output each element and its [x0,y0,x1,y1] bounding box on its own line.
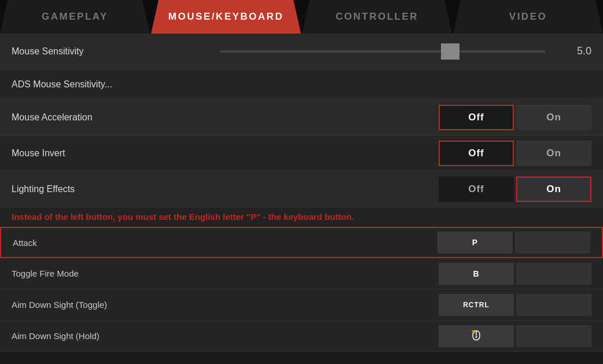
mouse-sensitivity-value: 5.0 [557,45,591,57]
mouse-invert-toggles: Off On [439,141,591,166]
lighting-effects-row: Lighting Effects Off On [0,171,603,207]
keybind-ads-hold-row: Aim Down Sight (Hold) [0,321,603,352]
mouse-acceleration-toggles: Off On [439,105,591,130]
settings-panel: Mouse Sensitivity 5.0 ADS Mouse Sensitiv… [0,34,603,364]
tab-mouse-keyboard[interactable]: MOUSE/KEYBOARD [151,0,301,34]
slider-thumb[interactable] [441,43,459,60]
keybind-ads-hold-label: Aim Down Sight (Hold) [12,331,208,341]
mouse-icon [470,330,483,343]
tab-gameplay[interactable]: GAMEPLAY [0,0,150,34]
keybind-toggle-fire-buttons: B [439,263,591,285]
mouse-sensitivity-slider-container [208,50,557,53]
tab-video[interactable]: VIDEO [453,0,603,34]
ads-sensitivity-label: ADS Mouse Sensitivity... [12,79,208,90]
keybind-ads-hold-buttons [439,325,591,347]
mouse-acceleration-on-button[interactable]: On [516,105,591,130]
keybind-ads-toggle-primary[interactable]: RCTRL [439,294,514,316]
keybind-ads-toggle-label: Aim Down Sight (Toggle) [12,300,208,310]
mouse-invert-on-button[interactable]: On [516,141,591,166]
mouse-invert-label: Mouse Invert [12,148,208,159]
keybind-toggle-fire-label: Toggle Fire Mode [12,269,208,278]
mouse-sensitivity-label: Mouse Sensitivity [12,46,208,57]
mouse-invert-off-button[interactable]: Off [439,141,514,166]
keybind-ads-toggle-row: Aim Down Sight (Toggle) RCTRL [0,289,603,321]
mouse-invert-row: Mouse Invert Off On [0,135,603,171]
keybind-ads-hold-secondary[interactable] [516,325,591,347]
mouse-acceleration-row: Mouse Acceleration Off On [0,100,603,135]
keybind-toggle-fire-primary[interactable]: B [439,263,514,285]
svg-point-2 [476,336,477,338]
nav-tabs: GAMEPLAY MOUSE/KEYBOARD CONTROLLER VIDEO [0,0,603,34]
lighting-effects-toggles: Off On [439,177,591,202]
warning-row: Instead of the left button, you must set… [0,207,603,227]
keybind-attack-secondary[interactable] [515,231,590,253]
keybind-toggle-fire-secondary[interactable] [516,263,591,285]
tab-controller[interactable]: CONTROLLER [302,0,452,34]
lighting-effects-on-button[interactable]: On [516,177,591,202]
mouse-acceleration-off-button[interactable]: Off [439,105,514,130]
keybind-attack-primary[interactable]: P [437,231,513,253]
keybind-toggle-fire-row: Toggle Fire Mode B [0,258,603,289]
slider-track[interactable] [220,50,545,53]
mouse-sensitivity-row: Mouse Sensitivity 5.0 [0,34,603,69]
lighting-effects-label: Lighting Effects [12,184,208,194]
keybind-attack-row: Attack P [0,227,603,258]
ads-sensitivity-row: ADS Mouse Sensitivity... [0,69,603,100]
warning-text: Instead of the left button, you must set… [12,212,354,222]
keybind-ads-toggle-buttons: RCTRL [439,294,591,316]
mouse-acceleration-label: Mouse Acceleration [12,112,208,123]
keybind-ads-hold-primary[interactable] [439,325,514,347]
keybind-ads-toggle-secondary[interactable] [516,294,591,316]
keybind-attack-buttons: P [437,231,590,253]
keybind-attack-label: Attack [13,238,209,248]
lighting-effects-off-button[interactable]: Off [439,177,514,202]
